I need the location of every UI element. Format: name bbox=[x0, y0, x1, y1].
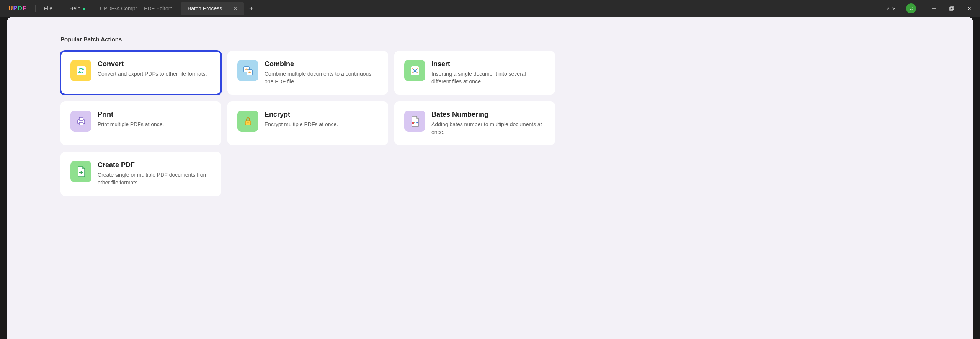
section-title: Popular Batch Actions bbox=[60, 36, 920, 42]
maximize-button[interactable] bbox=[945, 2, 959, 15]
create-pdf-icon bbox=[70, 161, 91, 182]
card-insert[interactable]: Insert Inserting a single document into … bbox=[394, 51, 555, 95]
card-desc: Create single or multiple PDF documents … bbox=[98, 171, 211, 186]
close-icon bbox=[967, 6, 972, 11]
print-icon bbox=[70, 111, 91, 132]
card-desc: Convert and export PDFs to other file fo… bbox=[98, 70, 207, 78]
cards-grid: Convert Convert and export PDFs to other… bbox=[60, 51, 920, 196]
card-title: Print bbox=[98, 111, 164, 119]
tab-bar: UPDF-A Compr… PDF Editor* Batch Process … bbox=[93, 0, 883, 17]
tab-batch-process[interactable]: Batch Process × bbox=[181, 2, 244, 15]
svg-rect-2 bbox=[77, 66, 86, 75]
workspace: Popular Batch Actions Convert Convert an… bbox=[7, 17, 973, 339]
maximize-icon bbox=[949, 6, 954, 11]
card-convert[interactable]: Convert Convert and export PDFs to other… bbox=[60, 51, 221, 95]
card-text: Convert Convert and export PDFs to other… bbox=[98, 60, 207, 78]
card-title: Insert bbox=[431, 60, 545, 68]
card-text: Encrypt Encrypt multiple PDFs at once. bbox=[265, 111, 338, 129]
card-text: Print Print multiple PDFs at once. bbox=[98, 111, 164, 129]
card-desc: Print multiple PDFs at once. bbox=[98, 121, 164, 129]
minimize-button[interactable] bbox=[927, 2, 941, 15]
close-button[interactable] bbox=[962, 2, 976, 15]
card-encrypt[interactable]: Encrypt Encrypt multiple PDFs at once. bbox=[227, 101, 388, 145]
card-desc: Inserting a single document into several… bbox=[431, 70, 545, 85]
tab-label: UPDF-A Compr… PDF Editor* bbox=[100, 5, 172, 11]
svg-rect-7 bbox=[79, 117, 83, 120]
card-bates-numbering[interactable]: 012 Bates Numbering Adding bates number … bbox=[394, 101, 555, 145]
menu-help[interactable]: Help bbox=[61, 5, 89, 11]
card-title: Encrypt bbox=[265, 111, 338, 119]
card-title: Create PDF bbox=[98, 161, 211, 169]
svg-text:012: 012 bbox=[412, 121, 418, 125]
card-desc: Adding bates number to multiple document… bbox=[431, 121, 545, 136]
card-print[interactable]: Print Print multiple PDFs at once. bbox=[60, 101, 221, 145]
svg-rect-0 bbox=[950, 7, 953, 10]
card-create-pdf[interactable]: Create PDF Create single or multiple PDF… bbox=[60, 152, 221, 196]
card-desc: Combine multiple documents to a continuo… bbox=[265, 70, 378, 85]
card-title: Bates Numbering bbox=[431, 111, 545, 119]
svg-rect-1 bbox=[951, 7, 954, 10]
count-value: 2 bbox=[886, 5, 889, 11]
tab-label: Batch Process bbox=[188, 5, 222, 11]
combine-icon bbox=[237, 60, 258, 81]
insert-icon bbox=[404, 60, 425, 81]
card-text: Combine Combine multiple documents to a … bbox=[265, 60, 378, 85]
card-desc: Encrypt multiple PDFs at once. bbox=[265, 121, 338, 129]
chevron-down-icon bbox=[892, 6, 896, 11]
minimize-icon bbox=[931, 6, 937, 11]
card-title: Combine bbox=[265, 60, 378, 68]
window-controls: 2 C bbox=[883, 2, 976, 15]
card-text: Bates Numbering Adding bates number to m… bbox=[431, 111, 545, 136]
card-combine[interactable]: Combine Combine multiple documents to a … bbox=[227, 51, 388, 95]
card-text: Insert Inserting a single document into … bbox=[431, 60, 545, 85]
window-count-dropdown[interactable]: 2 bbox=[883, 4, 899, 13]
divider bbox=[923, 5, 923, 12]
title-bar: UPDF File Help UPDF-A Compr… PDF Editor*… bbox=[0, 0, 980, 17]
avatar[interactable]: C bbox=[906, 3, 916, 13]
menu-help-label: Help bbox=[69, 5, 80, 11]
bates-icon: 012 bbox=[404, 111, 425, 132]
app-logo: UPDF bbox=[0, 5, 35, 12]
svg-rect-8 bbox=[79, 122, 83, 125]
close-icon[interactable]: × bbox=[234, 5, 237, 11]
new-tab-button[interactable]: + bbox=[246, 4, 257, 13]
card-text: Create PDF Create single or multiple PDF… bbox=[98, 161, 211, 186]
tab-document[interactable]: UPDF-A Compr… PDF Editor* bbox=[93, 2, 179, 15]
menu-file[interactable]: File bbox=[36, 5, 61, 11]
notification-dot-icon bbox=[83, 8, 85, 10]
convert-icon bbox=[70, 60, 91, 81]
encrypt-icon bbox=[237, 111, 258, 132]
svg-point-10 bbox=[247, 122, 248, 123]
divider bbox=[89, 5, 89, 12]
card-title: Convert bbox=[98, 60, 207, 68]
